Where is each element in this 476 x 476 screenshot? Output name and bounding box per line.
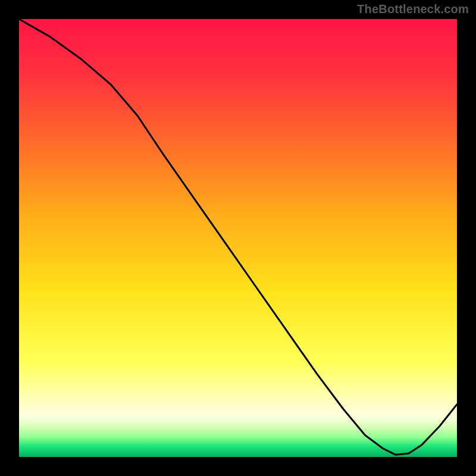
watermark: TheBottleneck.com bbox=[357, 2, 469, 16]
chart-frame: TheBottleneck.com bbox=[0, 0, 476, 476]
bottleneck-curve bbox=[19, 19, 457, 457]
plot-area bbox=[19, 19, 457, 457]
